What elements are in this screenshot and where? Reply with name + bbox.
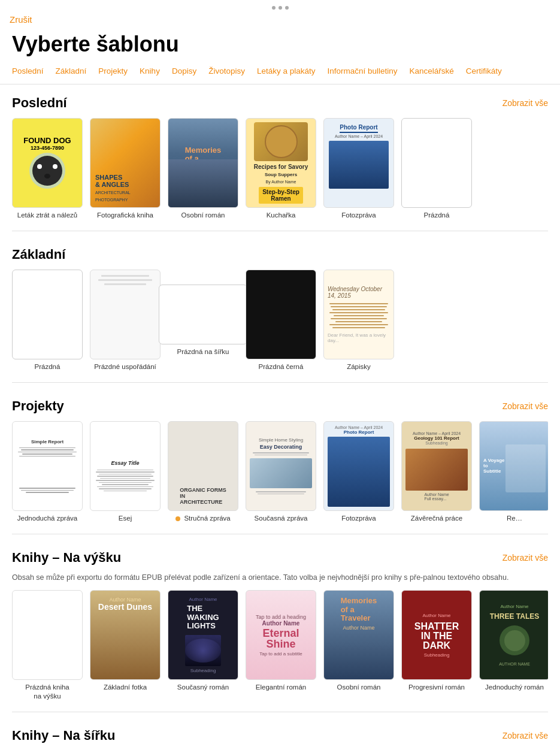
thumb-blank <box>12 270 83 359</box>
template-photo-book[interactable]: SHAPES& ANGLESARCHITECTURAL PHOTOGRAPHY … <box>90 118 161 220</box>
template-memoir-book[interactable]: Memoriesof aTraveler Author Name Osobní … <box>323 590 394 701</box>
thumb-blank-black <box>246 270 316 359</box>
projects-show-all[interactable]: Zobrazit vše <box>503 401 548 411</box>
dot-2 <box>279 6 282 10</box>
tab-projects[interactable]: Projekty <box>92 64 134 78</box>
divider-2 <box>12 382 548 383</box>
section-basic-header: Základní <box>12 247 548 262</box>
template-found-dog-label: Leták ztrát a nálezů <box>17 211 77 220</box>
template-blank-black-label: Prázdná černá <box>259 362 304 371</box>
template-notes[interactable]: Wednesday October 14, 2015 Dear Friend, … <box>323 270 394 371</box>
template-final-report-label: Závěrečná práce <box>411 514 462 523</box>
tab-resumes[interactable]: Životopisy <box>202 64 251 78</box>
tab-flyers[interactable]: Letáky a plakáty <box>251 64 322 78</box>
section-projects-header: Projekty Zobrazit vše <box>12 398 548 414</box>
template-three-tales[interactable]: Author Name THREE TALES AUTHOR NAME Jedn… <box>479 590 548 701</box>
template-desert-dunes[interactable]: Author Name Desert Dunes Základní fotka <box>90 590 161 701</box>
thumb-memoir: Memoriesof aTraveler Author Name <box>168 118 238 208</box>
thumb-shapes: SHAPES& ANGLESARCHITECTURAL PHOTOGRAPHY <box>90 118 161 208</box>
template-blank-label: Prázdná <box>35 362 60 371</box>
template-photo-proj-label: Fotozpráva <box>341 514 376 523</box>
tab-newsletters[interactable]: Informační bulletiny <box>322 64 404 78</box>
recent-show-all[interactable]: Zobrazit vše <box>503 98 548 108</box>
dot-3 <box>285 6 289 10</box>
recent-templates: FOUND DOG 123-456-7890 Leták ztrát a nál… <box>12 118 548 220</box>
dog-image <box>29 153 65 189</box>
thumb-empty-book <box>12 590 83 680</box>
template-photo-report-label: Fotozpráva <box>341 211 376 220</box>
section-projects-title: Projekty <box>12 398 64 414</box>
section-books-vertical: Knihy – Na výšku Zobrazit vše Obsah se m… <box>0 539 560 707</box>
template-photo-book-label: Fotografická kniha <box>97 211 153 220</box>
template-found-dog[interactable]: FOUND DOG 123-456-7890 Leták ztrát a nál… <box>12 118 83 220</box>
tab-office[interactable]: Kancelářské <box>404 64 460 78</box>
thumb-organic: ORGANIC FORMSINARCHITECTURE <box>168 421 238 511</box>
window-controls <box>0 0 560 12</box>
thumb-blank-recent <box>401 118 472 208</box>
template-cookbook[interactable]: Recipes for SavorySoup SuppersBy Author … <box>246 118 316 220</box>
template-contemporary-report[interactable]: Simple Home Styling Easy Decorating Souč… <box>246 421 316 523</box>
template-blank-black[interactable]: Prázdná černá <box>246 270 316 371</box>
template-eternal-shine[interactable]: Tap to add a heading Author Name Eternal… <box>246 590 316 701</box>
template-photo-report[interactable]: Photo Report Author Name – April 2024 Fo… <box>323 118 394 220</box>
template-desert-dunes-label: Základní fotka <box>104 683 147 692</box>
tab-letters[interactable]: Dopisy <box>166 64 202 78</box>
thumb-notes: Wednesday October 14, 2015 Dear Friend, … <box>323 270 394 359</box>
template-waking-lights[interactable]: Author Name THEWAKINGLIGHTS Subheading S… <box>168 590 238 701</box>
template-simple-report[interactable]: Simple Report Jednoduchá zpráva <box>12 421 83 523</box>
template-blank-layout[interactable]: Prázdné uspořádání <box>90 270 161 371</box>
template-concise-report-label: Stručná zpráva <box>175 514 231 523</box>
projects-templates: Simple Report Jednoduchá zpráva Essay Ti… <box>12 421 548 523</box>
section-recent: Poslední Zobrazit vše FOUND DOG 123-456-… <box>0 84 560 226</box>
section-books-landscape-title: Knihy – Na šířku <box>12 728 115 743</box>
cancel-button[interactable]: Zrušit <box>0 12 42 29</box>
thumb-blank-landscape <box>159 285 247 344</box>
thumb-cookbook: Recipes for SavorySoup SuppersBy Author … <box>246 118 316 208</box>
section-books-vertical-title: Knihy – Na výšku <box>12 550 121 565</box>
template-essay-label: Esej <box>119 514 132 523</box>
template-blank[interactable]: Prázdná <box>12 270 83 371</box>
thumb-geology: Author Name – April 2024 Geology 101 Rep… <box>401 421 472 511</box>
template-blank-landscape-label: Prázdná na šířku <box>177 347 229 356</box>
divider-1 <box>12 231 548 231</box>
template-empty-book[interactable]: Prázdná knihana výšku <box>12 590 83 701</box>
template-voyage-label: Re… <box>507 514 522 523</box>
dot-1 <box>272 6 276 10</box>
thumb-found-dog: FOUND DOG 123-456-7890 <box>12 118 83 208</box>
basic-templates: Prázdná Prázdné uspořádání Prázdná na ší… <box>12 270 548 371</box>
thumb-simple-report: Simple Report <box>12 421 83 511</box>
section-recent-title: Poslední <box>12 95 67 111</box>
template-photo-proj[interactable]: Author Name – April 2024 Photo Report Fo… <box>323 421 394 523</box>
tab-recent[interactable]: Poslední <box>12 64 50 78</box>
template-personal-novel-label: Osobní román <box>181 211 225 220</box>
template-eternal-shine-label: Elegantní román <box>256 683 306 692</box>
template-essay[interactable]: Essay Title Esej <box>90 421 161 523</box>
template-blank-recent[interactable]: Prázdná <box>401 118 472 220</box>
template-personal-novel[interactable]: Memoriesof aTraveler Author Name Osobní … <box>168 118 238 220</box>
thumb-desert: Author Name Desert Dunes <box>90 590 161 680</box>
thumb-photo-proj: Author Name – April 2024 Photo Report <box>323 421 394 511</box>
template-blank-layout-label: Prázdné uspořádání <box>94 362 156 371</box>
section-basic: Základní Prázdná Prázdné uspořádání Pr <box>0 236 560 377</box>
template-contemporary-report-label: Současná zpráva <box>255 514 308 523</box>
thumb-photo-report: Photo Report Author Name – April 2024 <box>323 118 394 208</box>
books-landscape-show-all[interactable]: Zobrazit vše <box>503 731 548 740</box>
tab-books[interactable]: Knihy <box>134 64 166 78</box>
tab-certs[interactable]: Certifikáty <box>460 64 508 78</box>
thumb-memoir-book: Memoriesof aTraveler Author Name <box>323 590 394 680</box>
template-shatter[interactable]: Author Name SHATTERIN THEDARK Subheading… <box>401 590 472 701</box>
template-cookbook-label: Kuchařka <box>267 211 296 220</box>
books-vertical-show-all[interactable]: Zobrazit vše <box>503 553 548 562</box>
thumb-blank-layout <box>90 270 161 359</box>
template-final-report[interactable]: Author Name – April 2024 Geology 101 Rep… <box>401 421 472 523</box>
template-shatter-label: Progresivní román <box>408 683 465 692</box>
template-blank-landscape[interactable]: Prázdná na šířku <box>168 270 238 371</box>
template-concise-report[interactable]: ORGANIC FORMSINARCHITECTURE Stručná zprá… <box>168 421 238 523</box>
template-voyage[interactable]: A Voyage toSubtitle Re… <box>479 421 548 523</box>
section-books-landscape: Knihy – Na šířku Zobrazit vše Při export… <box>0 717 560 747</box>
page-title: Vyberte šablonu <box>0 29 560 64</box>
thumb-essay: Essay Title <box>90 421 161 511</box>
tab-basic[interactable]: Základní <box>50 64 93 78</box>
template-memoir-book-label: Osobní román <box>337 683 381 692</box>
section-books-vertical-header: Knihy – Na výšku Zobrazit vše <box>12 550 548 565</box>
